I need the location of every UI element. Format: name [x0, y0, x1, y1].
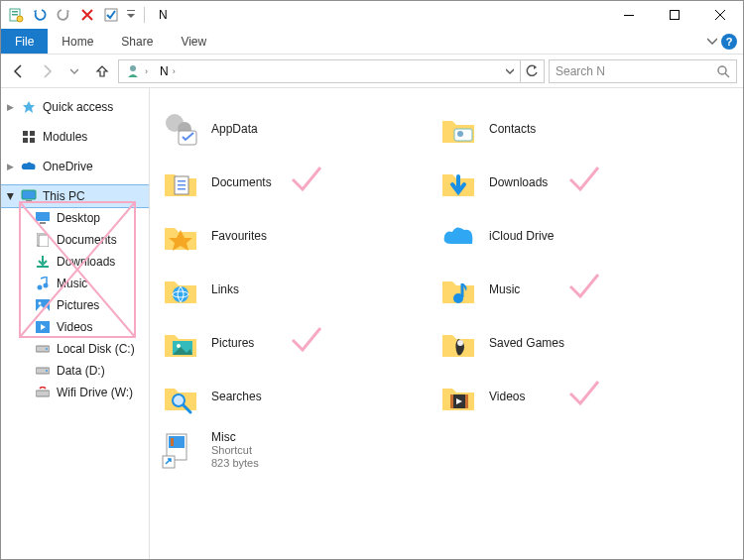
folder-saved-games[interactable]: Saved Games	[437, 316, 715, 370]
svg-rect-19	[39, 235, 49, 247]
modules-icon	[21, 129, 37, 145]
sidebar-item-label: Data (D:)	[57, 364, 105, 378]
annotation-checkmark	[566, 376, 602, 411]
folder-downloads[interactable]: Downloads	[437, 156, 715, 209]
folder-searches[interactable]: Searches	[160, 370, 437, 423]
search-icon	[716, 64, 730, 78]
chevron-right-icon[interactable]: ▶	[7, 102, 14, 112]
up-button[interactable]	[90, 59, 114, 83]
item-type: Shortcut	[211, 444, 259, 457]
properties-icon[interactable]	[5, 4, 27, 26]
address-bar[interactable]: › N ›	[118, 59, 545, 83]
tab-home[interactable]: Home	[48, 29, 107, 54]
sidebar-local-disk[interactable]: Local Disk (C:)	[1, 338, 149, 360]
chevron-right-icon[interactable]: ›	[143, 66, 150, 76]
search-box[interactable]	[549, 59, 737, 83]
tab-view[interactable]: View	[167, 29, 220, 54]
folder-videos[interactable]: Videos	[437, 370, 715, 423]
sidebar-pictures[interactable]: Pictures	[1, 294, 149, 316]
folder-appdata[interactable]: AppData	[160, 102, 437, 156]
folder-favourites[interactable]: Favourites	[160, 209, 437, 263]
ribbon-expand-icon[interactable]	[707, 35, 717, 49]
svg-rect-51	[450, 394, 453, 408]
folder-music[interactable]: Music	[437, 263, 715, 316]
minimize-button[interactable]	[606, 1, 652, 29]
desktop-icon	[35, 210, 51, 226]
sidebar-desktop[interactable]: Desktop	[1, 207, 149, 229]
address-segment-label: N	[160, 64, 169, 78]
file-list: AppData Contacts Documents Downloads	[150, 88, 743, 559]
sidebar-wifi-drive[interactable]: Wifi Drive (W:)	[1, 382, 149, 403]
window-controls	[606, 1, 743, 29]
item-label: Misc	[211, 430, 259, 444]
sidebar-data-drive[interactable]: Data (D:)	[1, 360, 149, 382]
svg-point-27	[46, 348, 48, 350]
sidebar-downloads[interactable]: Downloads	[1, 251, 149, 273]
svg-point-43	[173, 286, 188, 302]
sidebar-this-pc[interactable]: ▶ This PC	[1, 185, 149, 207]
address-history-icon[interactable]	[502, 64, 518, 78]
sidebar-modules[interactable]: Modules	[1, 126, 149, 148]
sidebar-videos[interactable]: Videos	[1, 316, 149, 338]
search-input[interactable]	[556, 64, 716, 78]
downloads-folder-icon	[437, 162, 479, 203]
redo-icon[interactable]	[53, 4, 74, 26]
tab-share[interactable]: Share	[107, 29, 167, 54]
svg-rect-1	[12, 11, 18, 13]
shortcut-misc[interactable]: Misc Shortcut 823 bytes	[160, 423, 437, 477]
svg-rect-42	[178, 188, 186, 190]
sidebar-documents[interactable]: Documents	[1, 229, 149, 251]
sidebar-item-label: Documents	[57, 233, 117, 247]
toggle-checkbox-icon[interactable]	[100, 4, 122, 26]
sidebar-item-label: Quick access	[43, 100, 113, 114]
recent-locations-icon[interactable]	[62, 59, 86, 83]
item-label: AppData	[211, 122, 258, 136]
sidebar-item-label: OneDrive	[43, 160, 93, 173]
tab-file[interactable]: File	[1, 29, 48, 54]
chevron-right-icon[interactable]: ›	[171, 66, 178, 76]
help-icon[interactable]: ?	[721, 34, 737, 50]
folder-links[interactable]: Links	[160, 263, 437, 316]
item-label: Favourites	[211, 229, 267, 243]
address-user-icon[interactable]: ›	[121, 60, 154, 82]
refresh-button[interactable]	[520, 60, 542, 82]
item-label: Videos	[489, 390, 525, 403]
item-label: Music	[489, 282, 520, 296]
settings-folder-icon	[160, 108, 201, 150]
sidebar-quick-access[interactable]: ▶ Quick access	[1, 96, 149, 118]
delete-icon[interactable]	[76, 4, 98, 26]
item-label: iCloud Drive	[489, 229, 554, 243]
forward-button[interactable]	[35, 59, 59, 83]
qat-dropdown-icon[interactable]	[124, 4, 138, 26]
svg-point-45	[453, 293, 463, 303]
chevron-right-icon[interactable]: ▶	[7, 162, 14, 171]
sidebar-item-label: Desktop	[57, 211, 100, 225]
svg-rect-52	[465, 394, 468, 408]
star-icon	[21, 99, 37, 115]
svg-rect-2	[12, 14, 18, 16]
documents-icon	[35, 232, 51, 248]
drive-icon	[35, 363, 51, 379]
folder-documents[interactable]: Documents	[160, 156, 437, 209]
sidebar-music[interactable]: Music	[1, 273, 149, 294]
maximize-button[interactable]	[652, 1, 697, 29]
item-label: Downloads	[489, 175, 548, 189]
item-size: 823 bytes	[211, 457, 259, 470]
svg-point-38	[457, 131, 463, 137]
svg-rect-10	[23, 131, 28, 136]
close-button[interactable]	[697, 1, 743, 29]
folder-icloud-drive[interactable]: iCloud Drive	[437, 209, 715, 263]
undo-icon[interactable]	[29, 4, 51, 26]
back-button[interactable]	[7, 59, 31, 83]
address-segment[interactable]: N ›	[156, 60, 182, 82]
chevron-down-icon[interactable]: ▶	[6, 193, 16, 200]
annotation-checkmark	[289, 162, 324, 197]
svg-point-24	[39, 302, 42, 305]
folder-contacts[interactable]: Contacts	[437, 102, 715, 156]
sidebar-item-label: Music	[57, 277, 87, 290]
item-label: Contacts	[489, 122, 536, 136]
sidebar-onedrive[interactable]: ▶ OneDrive	[1, 156, 149, 177]
searches-folder-icon	[160, 376, 201, 417]
svg-rect-13	[30, 138, 35, 143]
folder-pictures[interactable]: Pictures	[160, 316, 437, 370]
